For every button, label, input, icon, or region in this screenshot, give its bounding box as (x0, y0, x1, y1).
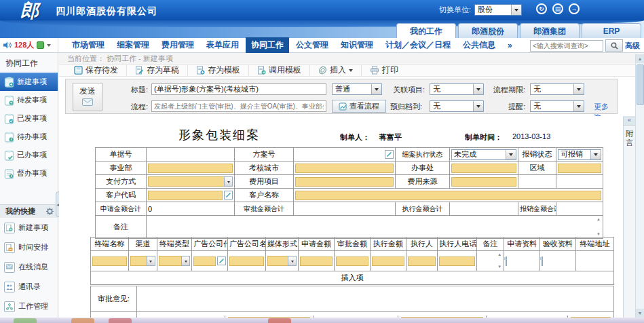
menu-item-schedule[interactable]: 计划／会议／日程 (380, 37, 456, 53)
save-pending-button[interactable]: 保存待发 (66, 65, 127, 76)
unit-select[interactable]: 股份 (474, 4, 522, 16)
menu-item-expense[interactable]: 费用管理 (156, 37, 200, 53)
quick-item-messages[interactable]: 在线消息 (0, 257, 58, 277)
exec-total-field[interactable] (450, 202, 518, 216)
document-icon[interactable] (506, 256, 507, 266)
insert-button[interactable]: 插入 (310, 65, 362, 76)
search-button[interactable] (605, 39, 623, 52)
quick-item-work-mgmt[interactable]: 工作管理 (0, 297, 58, 316)
ad-company-name-field[interactable] (228, 251, 266, 271)
note-icon[interactable]: ▤ (552, 3, 563, 14)
customer-code-field[interactable] (147, 189, 235, 202)
sidebar-item-todo[interactable]: 待办事项 (0, 128, 58, 146)
doc-number-field[interactable] (147, 148, 235, 162)
menu-item-official-docs[interactable]: 公文管理 (290, 37, 334, 53)
send-button[interactable]: 发送 (73, 83, 102, 111)
approval-comment-area[interactable] (137, 286, 614, 312)
reimburse-status-select[interactable]: 可报销 (558, 149, 601, 160)
quick-item-new[interactable]: 新建事项 (0, 218, 58, 238)
taskbar-item[interactable] (71, 318, 94, 323)
menu-overflow-button[interactable]: » (502, 39, 518, 52)
pay-method-select[interactable] (148, 176, 233, 187)
approve-amount-field[interactable] (335, 251, 371, 271)
priority-select[interactable]: 普通 (332, 83, 382, 95)
quick-item-schedule[interactable]: 时间安排 (0, 238, 58, 257)
search-input[interactable] (530, 40, 603, 52)
save-draft-button[interactable]: 存为草稿 (127, 65, 188, 76)
terminal-address-field[interactable] (575, 251, 613, 271)
menu-item-market[interactable]: 市场管理 (67, 37, 110, 53)
menu-item-knowledge[interactable]: 知识管理 (335, 37, 379, 53)
office-field[interactable] (450, 162, 518, 175)
division-field[interactable] (147, 162, 235, 175)
exec-status-select[interactable]: 未完成 (451, 149, 516, 160)
tab-erp[interactable]: ERP (582, 23, 641, 38)
collapse-panel-button[interactable]: « (624, 116, 635, 126)
expense-item-field[interactable] (294, 175, 396, 189)
row-remark-field[interactable]: ▲▼ (476, 251, 504, 271)
reimburse-total-field[interactable] (556, 202, 603, 216)
insert-item-row[interactable]: 插入项 (91, 271, 614, 285)
scroll-arrows[interactable]: ▲▼ (497, 252, 501, 269)
view-flow-button[interactable]: 查看流程 (332, 100, 386, 113)
terminal-type-select[interactable] (159, 256, 190, 266)
document-icon[interactable] (542, 256, 543, 266)
menu-item-collaboration[interactable]: 协同工作 (246, 37, 289, 53)
ad-company-code-field[interactable] (192, 251, 228, 271)
executor-field[interactable] (406, 251, 438, 271)
print-button[interactable]: 打印 (362, 65, 406, 76)
tab-langjiu-gufen[interactable]: 郎酒股份 (458, 23, 518, 38)
save-template-button[interactable]: 存为模板 (188, 65, 249, 76)
approve-total-field[interactable] (294, 202, 396, 216)
expense-source-field[interactable] (450, 175, 518, 189)
load-template-button[interactable]: 调用模板 (249, 65, 310, 76)
edit-icon[interactable] (217, 256, 226, 265)
menu-item-plan-detail[interactable]: 细案管理 (111, 37, 155, 53)
sidebar-item-new[interactable]: 新建事项 (0, 73, 58, 91)
gear-icon[interactable] (45, 207, 54, 216)
related-project-select[interactable]: 无 (430, 83, 484, 95)
terminal-name-field[interactable] (91, 251, 129, 271)
remind-select[interactable]: 无 (530, 100, 584, 112)
title-input[interactable] (151, 83, 326, 95)
taskbar-item[interactable] (14, 318, 37, 323)
advanced-search-link[interactable]: 高级 (625, 41, 640, 51)
apply-amount-field[interactable] (299, 251, 335, 271)
flow-input[interactable] (151, 100, 326, 112)
apply-total-field[interactable]: 0 (147, 202, 235, 216)
online-count[interactable]: 128人 (14, 40, 34, 50)
executor-phone-field[interactable] (438, 251, 477, 271)
sidebar-item-supervise[interactable]: 督办事项 (0, 164, 58, 183)
quick-item-contacts[interactable]: 通讯录 (0, 277, 58, 297)
customer-name-field[interactable] (294, 189, 603, 202)
sidebar-item-sent[interactable]: 已发事项 (0, 109, 58, 128)
taskbar-item[interactable] (109, 318, 132, 323)
taskbar-item[interactable] (268, 318, 291, 323)
channel-select[interactable] (130, 256, 155, 266)
refresh-icon[interactable]: ↻ (536, 3, 547, 14)
menu-item-public-info[interactable]: 公共信息 (457, 37, 501, 53)
plan-number-field[interactable] (294, 148, 396, 162)
pre-archive-select[interactable]: 无 (430, 100, 484, 112)
sidebar-item-done[interactable]: 已办事项 (0, 146, 58, 164)
scrollbar-thumb[interactable] (637, 64, 644, 105)
chevron-down-icon[interactable] (47, 44, 51, 49)
scroll-arrows[interactable]: ▲▼ (596, 217, 601, 236)
remark-textarea[interactable]: ▲▼ (147, 216, 603, 239)
tab-langjiu-group[interactable]: 郎酒集团 (520, 23, 580, 38)
edit-icon[interactable] (385, 150, 394, 159)
sidebar-item-pending-send[interactable]: 待发事项 (0, 91, 58, 109)
media-form-select[interactable] (267, 256, 297, 266)
edit-icon[interactable] (224, 191, 233, 200)
logout-icon[interactable]: → (569, 3, 580, 14)
vertical-scrollbar[interactable]: ▲ ▼ (635, 54, 644, 318)
scroll-up-icon[interactable]: ▲ (636, 54, 644, 63)
scroll-down-icon[interactable]: ▼ (636, 309, 644, 318)
assess-city-field[interactable] (294, 162, 396, 175)
tab-my-work[interactable]: 我的工作 (396, 23, 456, 38)
menu-item-forms[interactable]: 表单应用 (201, 37, 244, 53)
flow-deadline-select[interactable]: 无 (530, 83, 584, 95)
region-field[interactable] (556, 162, 603, 175)
exec-amount-field[interactable] (370, 251, 406, 271)
status-icon[interactable] (37, 41, 44, 49)
